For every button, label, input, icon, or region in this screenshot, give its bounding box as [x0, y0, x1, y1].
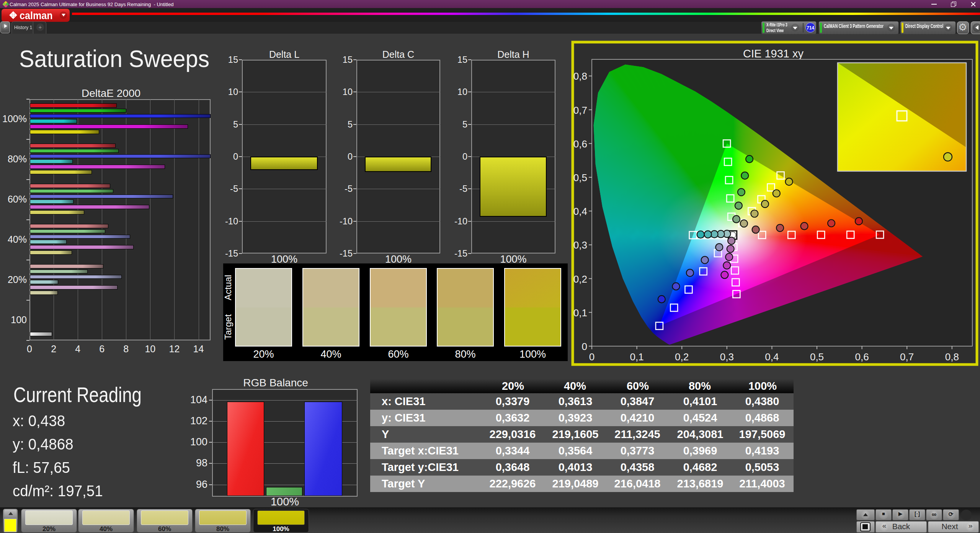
- svg-text:0,3: 0,3: [720, 351, 734, 363]
- svg-text:0,6: 0,6: [573, 138, 587, 150]
- svg-text:0,8: 0,8: [945, 351, 959, 363]
- svg-text:0,7: 0,7: [573, 105, 587, 116]
- svg-text:0,1: 0,1: [573, 307, 587, 319]
- svg-text:0: 0: [582, 341, 587, 352]
- svg-text:0,6: 0,6: [855, 351, 869, 363]
- svg-text:0,3: 0,3: [573, 239, 587, 251]
- svg-text:0,1: 0,1: [630, 351, 644, 363]
- svg-text:0,5: 0,5: [573, 172, 587, 183]
- svg-text:0,8: 0,8: [573, 70, 587, 82]
- svg-text:0,5: 0,5: [810, 351, 824, 363]
- svg-text:0,2: 0,2: [675, 351, 689, 363]
- svg-text:CIE 1931 xy: CIE 1931 xy: [743, 47, 804, 60]
- svg-text:0,4: 0,4: [765, 351, 779, 363]
- svg-text:0,4: 0,4: [573, 206, 587, 217]
- svg-text:0,7: 0,7: [900, 351, 914, 363]
- svg-text:0: 0: [589, 351, 595, 363]
- svg-text:0,2: 0,2: [573, 273, 587, 285]
